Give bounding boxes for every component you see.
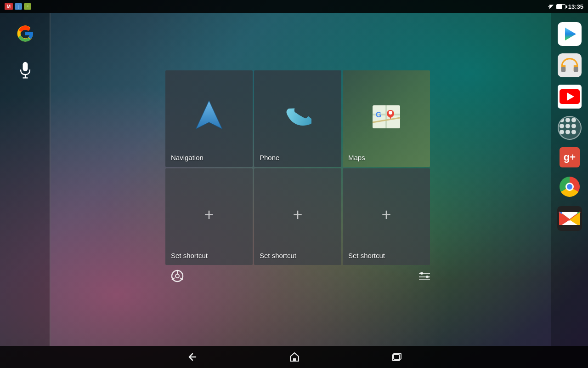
youtube-play-triangle <box>567 92 574 101</box>
grid-dot <box>571 118 576 122</box>
svg-point-19 <box>389 111 392 115</box>
recents-button[interactable] <box>391 353 401 361</box>
navigation-shortcut[interactable]: Navigation <box>165 70 253 167</box>
status-notifications: ⎱ ⍨ <box>5 3 31 10</box>
grid-dot <box>565 130 570 134</box>
status-time: 13:35 <box>568 3 583 10</box>
car-widget: Navigation Phone <box>165 70 436 289</box>
battery-fill <box>557 5 563 9</box>
maps-label: Maps <box>348 154 365 161</box>
svg-marker-12 <box>196 100 221 128</box>
chrome-icon-shape <box>560 177 580 197</box>
google-search-icon[interactable] <box>14 22 37 45</box>
phone-app-icon <box>279 98 316 135</box>
svg-point-22 <box>175 274 179 278</box>
bluetooth-icon: ⎱ <box>15 3 22 10</box>
battery-icon <box>556 4 565 9</box>
svg-rect-4 <box>561 67 566 72</box>
equalizer-button[interactable] <box>418 271 431 284</box>
grid-dot <box>560 124 564 128</box>
set-shortcut-2-label: Set shortcut <box>260 252 296 259</box>
plus-icon-2: + <box>293 205 302 224</box>
set-shortcut-3-label: Set shortcut <box>348 252 385 259</box>
gmail-app-icon[interactable] <box>557 206 582 231</box>
svg-text:G: G <box>376 111 381 119</box>
sidebar-divider <box>50 13 50 346</box>
grid-dot <box>565 124 570 128</box>
maps-app-icon: G <box>368 98 405 135</box>
widget-area: Navigation Phone <box>51 13 551 346</box>
set-shortcut-2[interactable]: + Set shortcut <box>254 168 341 265</box>
plus-icon-1: + <box>204 205 214 224</box>
phone-label: Phone <box>260 154 279 161</box>
svg-rect-0 <box>23 62 28 71</box>
audiobooks-app-icon[interactable] <box>558 53 582 77</box>
navigation-label: Navigation <box>171 154 204 161</box>
left-sidebar <box>0 13 51 346</box>
status-indicators: ⋅◤ 13:35 <box>548 3 583 10</box>
svg-rect-31 <box>293 358 296 361</box>
right-sidebar: g+ <box>551 13 588 346</box>
youtube-app-icon[interactable] <box>558 85 582 109</box>
chrome-app-icon[interactable] <box>558 175 582 199</box>
status-bar: ⎱ ⍨ ⋅◤ 13:35 <box>0 0 588 13</box>
shortcuts-grid: Navigation Phone <box>165 70 436 265</box>
plus-icon-3: + <box>381 205 391 224</box>
svg-point-29 <box>426 276 429 278</box>
set-shortcut-1-label: Set shortcut <box>171 252 208 259</box>
play-store-app-icon[interactable] <box>558 22 582 46</box>
back-button[interactable] <box>187 352 198 362</box>
grid-dot <box>565 118 570 122</box>
microphone-icon[interactable] <box>14 59 37 82</box>
home-button[interactable] <box>289 352 300 362</box>
svg-marker-3 <box>565 28 576 40</box>
grid-dot <box>560 130 564 134</box>
wifi-icon: ⋅◤ <box>548 3 554 10</box>
google-plus-app-icon[interactable]: g+ <box>560 147 580 167</box>
grid-dot <box>571 124 576 128</box>
gmail-notification-icon <box>5 3 13 10</box>
chrome-center-dot <box>565 183 574 191</box>
set-shortcut-1[interactable]: + Set shortcut <box>165 168 253 265</box>
grid-dot <box>571 130 576 134</box>
maps-shortcut[interactable]: G Maps <box>343 70 430 167</box>
grid-dot <box>560 118 564 122</box>
youtube-icon-shape <box>560 89 580 104</box>
widget-bottom-bar <box>165 266 436 289</box>
phone-shortcut[interactable]: Phone <box>254 70 341 167</box>
set-shortcut-3[interactable]: + Set shortcut <box>343 168 430 265</box>
app-launcher-icon[interactable] <box>558 116 582 140</box>
steering-wheel-button[interactable] <box>171 270 184 285</box>
svg-rect-5 <box>574 67 578 72</box>
navigation-app-icon <box>191 98 227 135</box>
app-grid-icon <box>560 118 580 138</box>
svg-point-27 <box>420 272 423 275</box>
android-icon: ⍨ <box>24 3 31 10</box>
nav-bar <box>0 346 588 368</box>
